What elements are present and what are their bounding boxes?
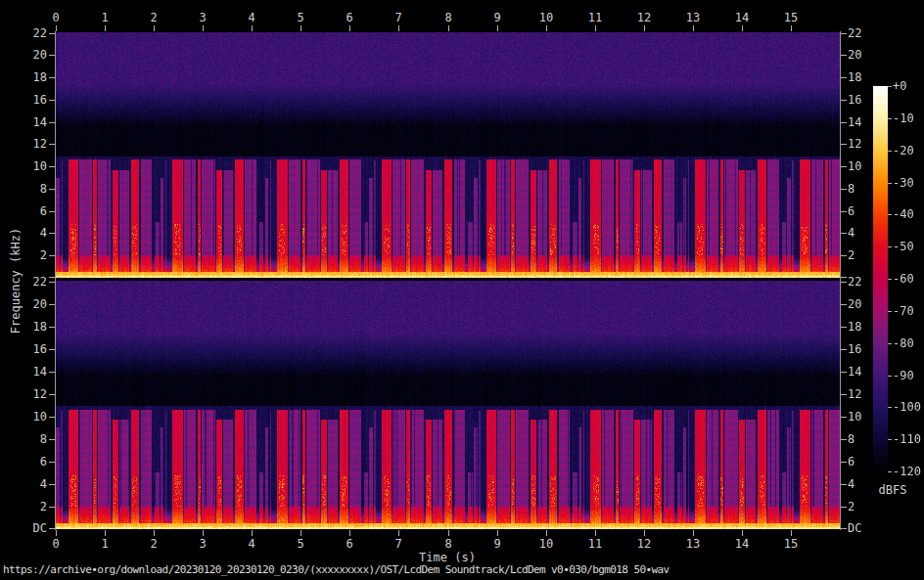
- freq-tick-label: 8: [0, 433, 47, 446]
- time-tick-label: 3: [188, 538, 217, 551]
- time-tick-top: [791, 25, 792, 31]
- colorbar-tick: [888, 246, 892, 247]
- freq-tick-right: [841, 372, 847, 373]
- spectrogram-window: Frequency (kHz) Time (s) dBFS https://ar…: [0, 0, 924, 580]
- freq-tick-right: [841, 462, 847, 463]
- freq-tick-right: [841, 233, 847, 234]
- freq-tick-left: [49, 484, 55, 485]
- colorbar-tick-label: -120: [893, 466, 924, 478]
- freq-tick-left: [49, 349, 55, 350]
- colorbar-tick-label: -60: [893, 273, 924, 286]
- freq-tick-left: [49, 166, 55, 167]
- time-tick-label: 6: [335, 538, 364, 551]
- colorbar-tick-label: -10: [893, 112, 924, 125]
- time-tick-top: [546, 25, 547, 31]
- spectrogram-channel-left: [56, 32, 840, 278]
- time-tick-bottom: [154, 530, 155, 536]
- freq-tick-right: [841, 304, 847, 305]
- freq-tick-label: 6: [0, 205, 47, 218]
- freq-tick-label: 16: [0, 94, 47, 107]
- colorbar-tick-label: -40: [893, 208, 924, 221]
- freq-tick-left: [49, 211, 55, 212]
- freq-tick-label: 10: [848, 160, 887, 173]
- colorbar-tick: [888, 151, 892, 152]
- freq-tick-label: 12: [0, 388, 47, 401]
- time-tick-label: 5: [286, 12, 315, 24]
- freq-tick-label: 18: [0, 321, 47, 334]
- time-tick-label: 6: [335, 12, 364, 24]
- freq-tick-right: [841, 144, 847, 145]
- time-tick-label: 12: [629, 538, 659, 551]
- freq-tick-right: [841, 277, 847, 278]
- freq-tick-left: [49, 507, 55, 508]
- colorbar-tick-label: -80: [893, 337, 924, 350]
- time-tick-bottom: [398, 530, 399, 536]
- freq-tick-right: [841, 33, 847, 34]
- freq-tick-label: 14: [0, 116, 47, 129]
- freq-tick-label: 2: [848, 249, 887, 262]
- freq-tick-left: [49, 439, 55, 440]
- time-tick-label: 13: [678, 538, 708, 551]
- dc-label: DC: [0, 522, 47, 535]
- freq-tick-label: 22: [848, 27, 887, 40]
- freq-tick-label: 8: [848, 183, 887, 196]
- time-tick-top: [398, 25, 399, 31]
- freq-tick-left: [49, 304, 55, 305]
- freq-tick-left: [49, 372, 55, 373]
- freq-tick-label: 4: [0, 478, 47, 491]
- freq-tick-right: [841, 282, 847, 283]
- colorbar-tick: [888, 86, 892, 87]
- freq-tick-left: [49, 100, 55, 101]
- freq-tick-label: 22: [848, 276, 887, 289]
- freq-tick-left: [49, 77, 55, 78]
- freq-tick-left: [49, 33, 55, 34]
- freq-tick-left: [49, 122, 55, 123]
- colorbar-tick: [888, 183, 892, 184]
- freq-tick-label: 10: [0, 160, 47, 173]
- colorbar-tick-label: -70: [893, 305, 924, 318]
- time-tick-bottom: [252, 530, 253, 536]
- freq-tick-right: [841, 100, 847, 101]
- time-tick-label: 7: [384, 538, 413, 551]
- time-tick-top: [105, 25, 106, 31]
- freq-tick-right: [841, 255, 847, 256]
- freq-tick-right: [841, 484, 847, 485]
- freq-tick-label: 2: [0, 501, 47, 513]
- freq-tick-label: 2: [0, 249, 47, 262]
- freq-tick-left: [49, 394, 55, 395]
- file-title: https://archive•org/download/20230120_20…: [3, 563, 670, 576]
- freq-tick-left: [49, 528, 55, 529]
- time-tick-label: 4: [237, 538, 266, 551]
- freq-tick-right: [841, 417, 847, 418]
- freq-tick-right: [841, 166, 847, 167]
- colorbar-tick-label: -20: [893, 145, 924, 157]
- time-tick-top: [448, 25, 449, 31]
- time-tick-bottom: [644, 530, 645, 536]
- freq-tick-label: 22: [0, 27, 47, 40]
- colorbar-tick: [888, 439, 892, 440]
- freq-tick-left: [49, 189, 55, 190]
- freq-tick-left: [49, 417, 55, 418]
- time-tick-bottom: [56, 530, 57, 536]
- freq-tick-left: [49, 277, 55, 278]
- freq-tick-label: 6: [0, 456, 47, 468]
- freq-tick-label: 18: [848, 321, 887, 334]
- time-tick-label: 1: [90, 538, 119, 551]
- freq-tick-label: 22: [0, 276, 47, 289]
- freq-tick-label: 16: [848, 94, 887, 107]
- colorbar-tick: [888, 343, 892, 344]
- freq-tick-label: 10: [848, 411, 887, 424]
- spectrogram-channel-right: [56, 281, 840, 529]
- time-tick-top: [56, 25, 57, 31]
- time-tick-label: 10: [531, 538, 561, 551]
- time-tick-bottom: [595, 530, 596, 536]
- time-tick-top: [644, 25, 645, 31]
- time-tick-label: 14: [727, 538, 757, 551]
- freq-tick-label: 16: [848, 343, 887, 356]
- time-tick-top: [349, 25, 350, 31]
- freq-tick-label: 14: [0, 366, 47, 379]
- colorbar-tick: [888, 471, 892, 472]
- time-tick-label: 13: [678, 12, 708, 24]
- time-tick-label: 8: [434, 538, 463, 551]
- freq-tick-label: 20: [0, 298, 47, 311]
